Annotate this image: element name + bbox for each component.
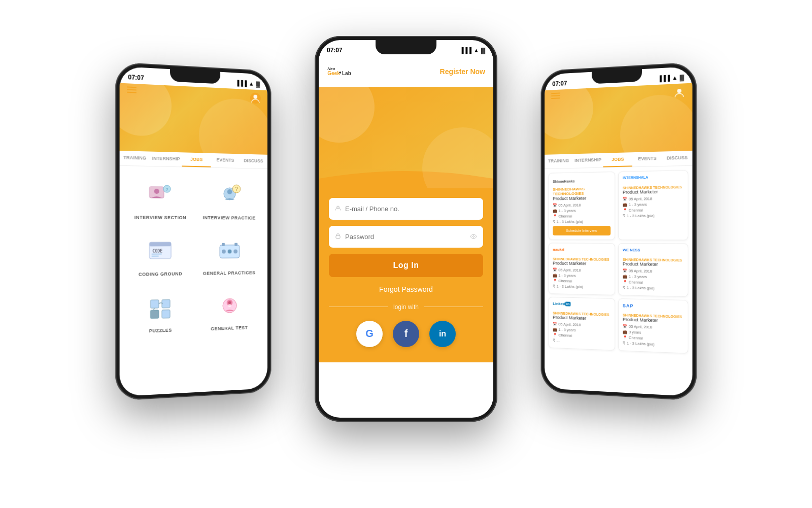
job-loc-1: 📍 Chennai <box>553 214 611 219</box>
general-test-icon <box>215 291 244 322</box>
divider-text: login with <box>393 303 419 311</box>
svg-rect-19 <box>234 243 238 246</box>
password-input[interactable] <box>329 226 483 248</box>
email-input-wrapper <box>329 198 483 220</box>
tab-jobs[interactable]: JOBS <box>182 152 211 167</box>
facebook-login-button[interactable]: f <box>393 321 419 347</box>
job-salary-3: ₹ 1 - 3 Lakhs (p/a) <box>553 284 611 289</box>
puzzles-item[interactable]: PUZZLES <box>125 284 195 343</box>
job-card-6[interactable]: SAP SHINNEDHAWKS TECHNOLOGIES Product Ma… <box>618 298 688 354</box>
facebook-icon: f <box>404 328 408 340</box>
phones-container: 07:07 ▐▐▐ ▲ ▓ <box>101 26 710 483</box>
center-status-icons: ▐▐▐ ▲ ▓ <box>460 47 485 53</box>
job-date-3: 📅 05 April, 2018 <box>553 267 611 273</box>
job-salary-1: ₹ 1 - 3 Lakhs (p/a) <box>553 219 611 224</box>
google-login-button[interactable]: G <box>356 321 383 347</box>
signal-icon: ▐▐▐ <box>235 80 247 86</box>
right-tab-discuss[interactable]: DISCUSS <box>662 150 693 165</box>
tab-events[interactable]: EVENTS <box>211 153 240 167</box>
svg-point-31 <box>339 72 341 74</box>
linkedin-login-button[interactable]: in <box>429 321 456 347</box>
job-card-3[interactable]: naukri SHINNEDHAWKS TECHNOLOGIES Product… <box>549 243 615 295</box>
job-date-4: 📅 05 April, 2018 <box>623 268 684 274</box>
rupee-icon-4: ₹ <box>623 285 625 290</box>
puzzles-icon <box>145 292 176 324</box>
shinnedhawks-logo-1: ShinneHawks <box>553 176 611 185</box>
calendar-icon-2: 📅 <box>623 196 627 201</box>
tab-training[interactable]: TRAINING <box>120 150 150 165</box>
naukri-logo: naukri <box>553 247 611 256</box>
email-input[interactable] <box>329 198 483 220</box>
coding-ground-icon: CODE <box>145 236 176 267</box>
coding-ground-item[interactable]: CODE CODING GROUND <box>125 228 195 285</box>
svg-text:?: ? <box>165 186 168 191</box>
svg-text:?: ? <box>235 186 238 191</box>
right-signal-icon: ▐▐▐ <box>658 75 670 81</box>
general-practices-item[interactable]: GENERAL PRACTICES <box>195 228 263 284</box>
job-date-2: 📅 05 April, 2018 <box>623 196 684 201</box>
tab-discuss[interactable]: DISCUSS <box>240 154 267 168</box>
job-title-4: Product Marketer <box>623 261 684 267</box>
right-tab-training[interactable]: TRAINING <box>545 154 572 168</box>
login-button[interactable]: Log In <box>329 254 483 277</box>
interview-section-item[interactable]: ? INTERVIEW SECTION <box>125 171 195 228</box>
calendar-icon-3: 📅 <box>553 267 557 272</box>
general-test-item[interactable]: GENERAL TEST <box>195 283 263 340</box>
svg-rect-20 <box>150 299 158 308</box>
job-exp-2: 💼 1 - 3 years <box>623 201 684 207</box>
right-hamburger-icon[interactable] <box>551 92 560 106</box>
weness-logo: WE NESS <box>623 248 684 256</box>
job-date-1: 📅 05 April, 2018 <box>553 202 611 208</box>
left-phone-notch <box>170 69 220 84</box>
location-icon-6: 📍 <box>623 335 627 340</box>
job-card-4[interactable]: WE NESS SHINNEDHAWKS TECHNOLOGIES Produc… <box>618 243 688 297</box>
center-phone: 07:07 ▐▐▐ ▲ ▓ Neo Geek Lab <box>315 36 497 422</box>
login-divider: login with <box>329 303 483 311</box>
job-loc-2: 📍 Chennai <box>623 207 684 212</box>
schedule-interview-btn-1[interactable]: Schedule Interview <box>553 226 611 235</box>
right-tab-events[interactable]: EVENTS <box>632 151 662 166</box>
battery-icon: ▓ <box>256 81 260 87</box>
right-tab-internship[interactable]: INTERNSHIP <box>572 153 603 167</box>
center-time: 07:07 <box>327 47 343 54</box>
svg-rect-23 <box>161 309 170 318</box>
interview-practice-label: INTERVIEW PRACTICE <box>203 215 256 220</box>
rupee-icon-3: ₹ <box>553 284 555 288</box>
jobs-row-1: ShinneHawks SHINNEDHAWKS TECHNOLOGIES Pr… <box>549 170 688 240</box>
svg-rect-22 <box>150 310 158 318</box>
job-card-5[interactable]: Linkedin SHINNEDHAWKS TECHNOLOGIES Produ… <box>549 296 615 350</box>
linkedin-icon: in <box>439 329 446 338</box>
job-title-1: Product Marketer <box>553 195 611 201</box>
rupee-icon-2: ₹ <box>623 213 625 218</box>
center-app-header: Neo Geek Lab Register Now <box>319 56 493 87</box>
job-exp-4: 💼 1 - 3 years <box>623 274 684 280</box>
briefcase-icon-2: 💼 <box>623 202 627 207</box>
coding-ground-label: CODING GROUND <box>139 271 182 277</box>
tab-internship[interactable]: INTERNSHIP <box>150 151 182 166</box>
calendar-icon-1: 📅 <box>553 203 557 208</box>
interview-practice-icon: ? <box>215 181 244 211</box>
interview-practice-item[interactable]: ? INTERVIEW PRACTICE <box>195 173 263 228</box>
eye-icon[interactable] <box>470 232 477 241</box>
register-now-link[interactable]: Register Now <box>440 67 485 76</box>
right-user-icon[interactable] <box>673 86 685 100</box>
location-icon-3: 📍 <box>553 278 557 283</box>
right-jobs-list: ShinneHawks SHINNEDHAWKS TECHNOLOGIES Pr… <box>545 165 692 361</box>
forgot-password-link[interactable]: Forgot Password <box>329 285 483 293</box>
left-jobs-grid: ? INTERVIEW SECTION ? <box>120 165 267 348</box>
lock-icon <box>335 233 341 241</box>
location-icon-5: 📍 <box>553 332 557 337</box>
job-salary-4: ₹ 1 - 3 Lakhs (p/a) <box>623 285 684 291</box>
hamburger-icon[interactable] <box>127 86 137 98</box>
job-card-2[interactable]: INTERNSHALA SHINNEDHAWKS TECHNOLOGIES Pr… <box>618 170 688 240</box>
job-card-1[interactable]: ShinneHawks SHINNEDHAWKS TECHNOLOGIES Pr… <box>549 172 615 240</box>
user-icon[interactable] <box>250 92 261 104</box>
right-tab-jobs[interactable]: JOBS <box>603 152 632 167</box>
right-wifi-icon: ▲ <box>672 74 678 81</box>
center-phone-screen: 07:07 ▐▐▐ ▲ ▓ Neo Geek Lab <box>319 40 493 418</box>
puzzles-label: PUZZLES <box>149 327 172 333</box>
center-wifi-icon: ▲ <box>473 47 479 53</box>
center-signal-icon: ▐▐▐ <box>460 47 471 53</box>
rupee-icon-5: ₹ <box>553 338 555 343</box>
job-loc-3: 📍 Chennai <box>553 278 611 284</box>
